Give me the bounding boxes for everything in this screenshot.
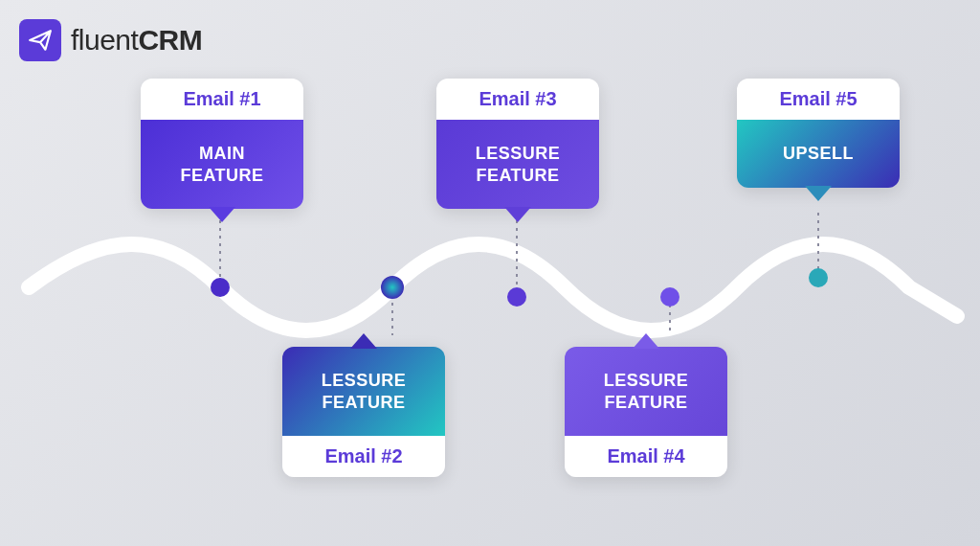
email-card-1: Email #1 MAINFEATURE	[141, 79, 303, 209]
email-card-title: LESSUREFEATURE	[436, 120, 599, 209]
email-card-title: UPSELL	[737, 120, 900, 188]
node-4	[660, 287, 679, 307]
email-card-2: LESSUREFEATURE Email #2	[282, 347, 445, 477]
brand-name-prefix: fluent	[71, 24, 138, 56]
pointer-down-icon	[209, 207, 235, 222]
email-card-label: Email #5	[737, 79, 900, 120]
pointer-down-icon	[805, 186, 832, 201]
pointer-down-icon	[504, 207, 531, 222]
email-card-label: Email #4	[565, 436, 727, 477]
pointer-up-icon	[633, 333, 659, 349]
email-card-title: LESSUREFEATURE	[565, 347, 727, 436]
paper-plane-icon	[19, 19, 61, 61]
email-card-title: MAINFEATURE	[141, 120, 303, 209]
email-card-4: LESSUREFEATURE Email #4	[565, 347, 727, 477]
brand-name: fluentCRM	[71, 24, 202, 57]
email-card-title: LESSUREFEATURE	[282, 347, 445, 436]
email-card-label: Email #1	[141, 79, 303, 120]
email-card-label: Email #3	[436, 79, 599, 120]
brand-logo: fluentCRM	[19, 19, 202, 61]
node-2	[381, 276, 404, 299]
node-3	[507, 287, 526, 307]
email-card-3: Email #3 LESSUREFEATURE	[436, 79, 599, 209]
node-5	[809, 268, 828, 287]
brand-name-suffix: CRM	[138, 24, 202, 56]
wave-path	[29, 244, 957, 330]
pointer-up-icon	[350, 333, 377, 349]
email-card-label: Email #2	[282, 436, 445, 477]
email-card-5: Email #5 UPSELL	[737, 79, 900, 188]
node-1	[211, 278, 230, 297]
